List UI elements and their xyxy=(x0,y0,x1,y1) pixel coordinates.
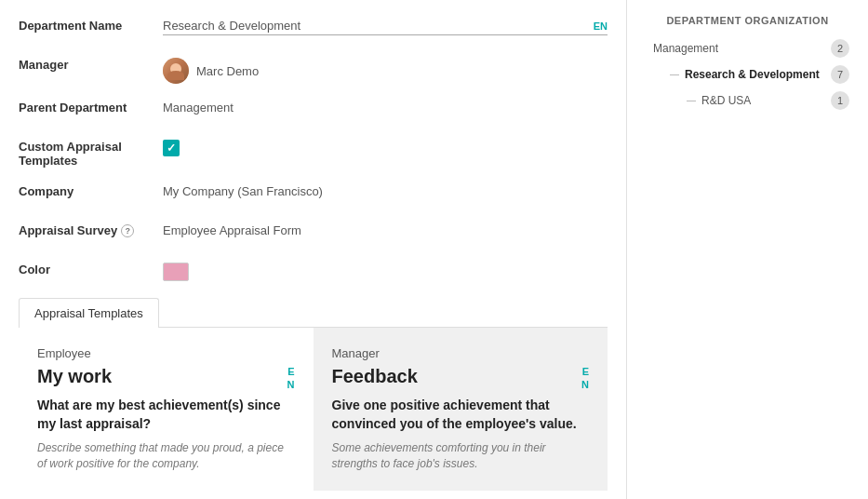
appraisal-survey-value[interactable]: Employee Appraisal Form xyxy=(163,220,608,237)
right-panel: DEPARTMENT ORGANIZATION Management 2 Res… xyxy=(626,0,868,499)
manager-avatar xyxy=(163,58,189,84)
tabs-container: Appraisal Templates xyxy=(19,298,608,328)
manager-en-e: E xyxy=(582,366,589,377)
manager-label: Manager xyxy=(19,54,163,72)
bottom-section: Employee My work E N What are my best ac… xyxy=(19,328,608,491)
org-rnd-usa-badge: 1 xyxy=(831,91,849,110)
color-value[interactable] xyxy=(163,259,608,281)
org-child-research: Research & Development 7 xyxy=(653,65,849,84)
tab-appraisal-templates[interactable]: Appraisal Templates xyxy=(19,298,159,328)
custom-appraisal-label: Custom Appraisal Templates xyxy=(19,136,163,168)
custom-appraisal-row: Custom Appraisal Templates xyxy=(19,136,608,168)
appraisal-survey-row: Appraisal Survey ? Employee Appraisal Fo… xyxy=(19,220,608,246)
department-name-value[interactable]: Research & Development EN xyxy=(163,15,608,35)
color-label: Color xyxy=(19,259,163,276)
manager-name[interactable]: Marc Demo xyxy=(196,64,259,78)
org-node-rnd-usa: R&D USA 1 xyxy=(687,91,849,110)
en-badge: EN xyxy=(594,20,608,32)
department-name-row: Department Name Research & Development E… xyxy=(19,15,608,41)
employee-panel: Employee My work E N What are my best ac… xyxy=(19,328,314,491)
company-label: Company xyxy=(19,181,163,198)
manager-panel: Manager Feedback E N Give one positive a… xyxy=(314,328,608,491)
company-value[interactable]: My Company (San Francisco) xyxy=(163,181,608,198)
manager-description: Some achievements comforting you in thei… xyxy=(332,440,590,472)
company-row: Company My Company (San Francisco) xyxy=(19,181,608,207)
org-management-badge: 2 xyxy=(831,39,849,58)
manager-role-label: Manager xyxy=(332,346,590,360)
parent-department-value[interactable]: Management xyxy=(163,97,608,115)
tree-line-rnd xyxy=(687,101,696,101)
org-child-rnd-usa: R&D USA 1 xyxy=(653,91,849,110)
org-management-label[interactable]: Management xyxy=(653,42,825,55)
employee-en-e: E xyxy=(287,366,294,377)
color-swatch[interactable] xyxy=(163,263,189,281)
manager-en-badges: E N xyxy=(581,366,589,390)
parent-department-row: Parent Department Management xyxy=(19,97,608,123)
appraisal-survey-label: Appraisal Survey ? xyxy=(19,220,163,237)
manager-value: Marc Demo xyxy=(163,54,608,84)
employee-en-badges: E N xyxy=(287,366,295,390)
org-tree: Management 2 Research & Development 7 R&… xyxy=(646,39,849,110)
dept-org-title: DEPARTMENT ORGANIZATION xyxy=(646,15,849,26)
org-rnd-usa-label[interactable]: R&D USA xyxy=(701,94,825,107)
org-research-label[interactable]: Research & Development xyxy=(685,68,825,81)
employee-en-n: N xyxy=(287,379,295,390)
manager-panel-title: Feedback xyxy=(332,366,418,387)
employee-question: What are my best achievement(s) since my… xyxy=(37,397,295,433)
employee-description: Describe something that made you proud, … xyxy=(37,440,295,472)
parent-department-label: Parent Department xyxy=(19,97,163,115)
manager-en-n: N xyxy=(581,379,589,390)
org-node-management: Management 2 xyxy=(653,39,849,58)
checkbox-checked[interactable] xyxy=(163,140,180,156)
custom-appraisal-checkbox[interactable] xyxy=(163,136,608,156)
color-row: Color xyxy=(19,259,608,285)
department-name-label: Department Name xyxy=(19,15,163,33)
tree-line-research xyxy=(670,74,679,75)
manager-row: Manager Marc Demo xyxy=(19,54,608,84)
employee-panel-title: My work xyxy=(37,366,112,387)
help-icon[interactable]: ? xyxy=(121,224,134,237)
org-research-badge: 7 xyxy=(831,65,849,84)
org-node-research: Research & Development 7 xyxy=(670,65,849,84)
employee-role-label: Employee xyxy=(37,346,295,360)
department-name-text: Research & Development xyxy=(163,19,586,33)
manager-question: Give one positive achievement that convi… xyxy=(332,397,590,433)
